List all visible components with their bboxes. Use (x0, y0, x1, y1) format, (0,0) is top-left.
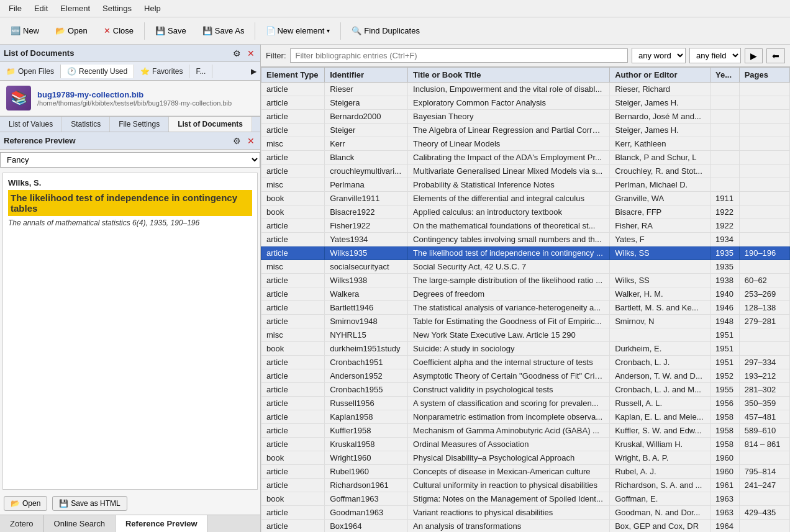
file-item[interactable]: 📚 bug19789-my-collection.bib /home/thoma… (0, 81, 260, 116)
table-row[interactable]: articlecrouchleymultivari...Multivariate… (261, 165, 790, 178)
table-row[interactable]: bookWright1960Physical Disability–a Psyc… (261, 451, 790, 465)
table-row[interactable]: articleCronbach1955Construct validity in… (261, 383, 790, 397)
table-cell: Mechanism of Gamma Aminobutyric Acid (GA… (408, 424, 610, 438)
panel-settings-icon[interactable]: ⚙ (231, 48, 243, 59)
table-row[interactable]: articleKaplan1958Nonparametric estimatio… (261, 410, 790, 424)
table-row[interactable]: articleGoodman1963Variant reactions to p… (261, 506, 790, 520)
table-row[interactable]: articleBlanckCalibrating the Impact of t… (261, 151, 790, 165)
save-html-button[interactable]: 💾 Save as HTML (52, 496, 127, 511)
tab-recently-used[interactable]: 🕐 Recently Used (61, 65, 134, 78)
ref-panel-icons: ⚙ ✕ (231, 135, 257, 147)
toolbar-separator-3 (340, 22, 341, 40)
close-button[interactable]: ✕ Close (97, 23, 140, 38)
table-cell: Concepts of disease in Mexican-American … (408, 465, 610, 479)
tab-list-of-values[interactable]: List of Values (0, 117, 62, 132)
style-selector-container: Fancy (0, 152, 260, 168)
table-cell: article (261, 110, 325, 124)
menu-file[interactable]: File (2, 1, 28, 16)
table-row[interactable]: articleRieserInclusion, Empowerment and … (261, 83, 790, 96)
style-select[interactable]: Fancy (0, 152, 260, 168)
table-row[interactable]: articleBernardo2000Bayesian TheoryBernar… (261, 110, 790, 124)
app-tab-reference-preview[interactable]: Reference Preview (116, 515, 208, 532)
menu-edit[interactable]: Edit (28, 1, 54, 16)
table-row[interactable]: articleBartlett1946The statistical analy… (261, 301, 790, 315)
table-row[interactable]: articleWalkeraDegrees of freedomWalker, … (261, 287, 790, 301)
filter-field-select[interactable]: any field (689, 48, 741, 63)
save-as-button[interactable]: 💾 Save As (196, 23, 252, 38)
table-row[interactable]: miscPerlmanaProbability & Statistical In… (261, 178, 790, 192)
table-row[interactable]: articleWilks1935The likelihood test of i… (261, 246, 790, 260)
table-cell: 1922 (711, 219, 740, 233)
table-cell: 1961 (711, 479, 740, 492)
table-row[interactable]: articleSteigerThe Algebra of Linear Regr… (261, 124, 790, 137)
filter-word-select[interactable]: any word (632, 48, 686, 63)
tab-open-files[interactable]: 📁 Open Files (0, 65, 61, 78)
table-row[interactable]: articleCronbach1951Coefficient alpha and… (261, 356, 790, 369)
tab-file-settings[interactable]: File Settings (110, 117, 169, 132)
col-pages[interactable]: Pages (739, 68, 789, 83)
col-identifier[interactable]: Identifier (325, 68, 408, 83)
table-row[interactable]: articleYates1934Contingency tables invol… (261, 233, 790, 246)
table-row[interactable]: articleRussell1956A system of classifica… (261, 397, 790, 410)
filter-search-button[interactable]: ▶ (745, 48, 763, 63)
table-cell: durkheim1951study (325, 342, 408, 356)
filter-input[interactable] (290, 48, 629, 63)
col-title[interactable]: Title or Book Title (408, 68, 610, 83)
ref-close-icon[interactable]: ✕ (245, 135, 257, 147)
table-row[interactable]: bookBisacre1922Applied calculus: an intr… (261, 205, 790, 219)
table-cell: 241–247 (739, 479, 789, 492)
table-row[interactable]: articleRichardson1961Cultural uniformity… (261, 479, 790, 492)
table-cell: Box, GEP and Cox, DR (610, 520, 711, 533)
tab-favorites[interactable]: ⭐ Favorites (134, 65, 189, 78)
table-row[interactable]: articleKuffler1958Mechanism of Gamma Ami… (261, 424, 790, 438)
menu-settings[interactable]: Settings (96, 1, 138, 16)
table-row[interactable]: articleFisher1922On the mathematical fou… (261, 219, 790, 233)
table-row[interactable]: articleSmirnov1948Table for Estimating t… (261, 315, 790, 328)
table-row[interactable]: bookdurkheim1951studySuicide: A study in… (261, 342, 790, 356)
menu-help[interactable]: Help (138, 1, 167, 16)
table-cell: Asymptotic Theory of Certain "Goodness o… (408, 369, 610, 383)
filter-clear-button[interactable]: ⬅ (766, 48, 785, 63)
table-row[interactable]: bookGoffman1963Stigma: Notes on the Mana… (261, 492, 790, 506)
app-tab-online-search[interactable]: Online Search (44, 515, 116, 532)
open-button[interactable]: 📂 Open (48, 23, 94, 38)
table-cell: 1935 (711, 260, 740, 274)
table-cell (739, 492, 789, 506)
table-row[interactable]: miscNYHRL15New York State Executive Law.… (261, 328, 790, 342)
col-element-type[interactable]: Element Type (261, 68, 325, 83)
table-row[interactable]: articleKruskal1958Ordinal Measures of As… (261, 438, 790, 451)
table-row[interactable]: bookGranville1911Elements of the differe… (261, 192, 790, 205)
table-row[interactable]: articleSteigeraExploratory Common Factor… (261, 96, 790, 110)
table-row[interactable]: articleWilks1938The large-sample distrib… (261, 274, 790, 287)
table-cell: Wright, B. A. P. (610, 451, 711, 465)
table-cell: article (261, 165, 325, 178)
table-row[interactable]: articleAnderson1952Asymptotic Theory of … (261, 369, 790, 383)
tabs-scroll-right[interactable]: ▶ (247, 65, 260, 78)
table-row[interactable]: miscKerrTheory of Linear ModelsKerr, Kat… (261, 137, 790, 151)
menu-element[interactable]: Element (54, 1, 96, 16)
table-cell: Russell1956 (325, 397, 408, 410)
table-cell: article (261, 274, 325, 287)
tab-statistics[interactable]: Statistics (62, 117, 110, 132)
panel-close-icon[interactable]: ✕ (245, 48, 257, 59)
find-duplicates-button[interactable]: 🔍 Find Duplicates (345, 23, 427, 38)
table-cell: Probability & Statistical Inference Note… (408, 178, 610, 192)
open-button-ref[interactable]: 📂 Open (4, 496, 47, 511)
new-element-button[interactable]: 📄 New element ▾ (259, 23, 337, 38)
col-author[interactable]: Author or Editor (610, 68, 711, 83)
table-cell: Bartlett1946 (325, 301, 408, 315)
table-cell: Coefficient alpha and the internal struc… (408, 356, 610, 369)
table-row[interactable]: articleBox1964An analysis of transformat… (261, 520, 790, 533)
tab-more[interactable]: F... (189, 65, 212, 78)
table-cell: 1956 (711, 397, 740, 410)
table-row[interactable]: articleRubel1960Concepts of disease in M… (261, 465, 790, 479)
ref-settings-icon[interactable]: ⚙ (231, 135, 243, 147)
new-button[interactable]: 🆕 New (4, 23, 46, 38)
tab-list-of-documents[interactable]: List of Documents (169, 117, 252, 132)
table-cell: Degrees of freedom (408, 287, 610, 301)
table-cell: 1940 (711, 287, 740, 301)
col-year[interactable]: Ye... (711, 68, 740, 83)
app-tab-zotero[interactable]: Zotero (0, 515, 44, 532)
table-row[interactable]: miscsocialsecurityactSocial Security Act… (261, 260, 790, 274)
save-button[interactable]: 💾 Save (148, 23, 193, 38)
